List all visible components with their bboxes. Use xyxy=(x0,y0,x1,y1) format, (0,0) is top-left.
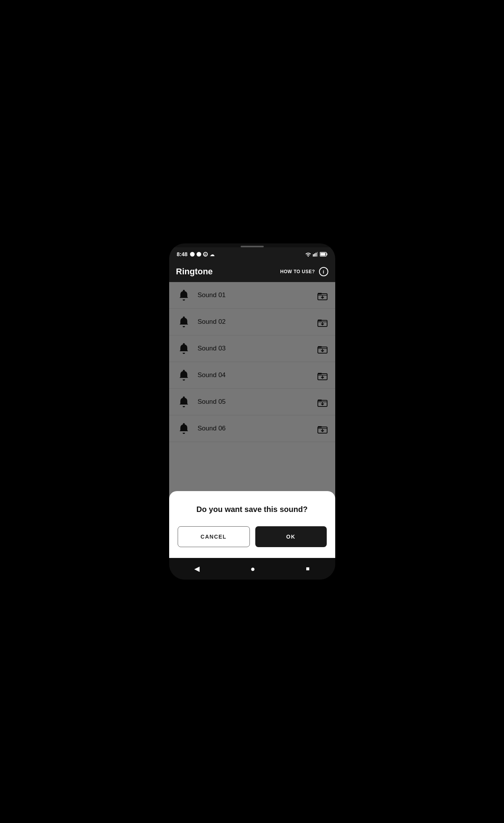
home-icon: ● xyxy=(251,565,255,573)
svg-rect-5 xyxy=(320,253,325,256)
svg-rect-1 xyxy=(314,253,315,257)
circle-icon-2 xyxy=(197,252,201,257)
recents-icon: ■ xyxy=(306,565,310,572)
back-icon: ◀ xyxy=(194,565,200,573)
how-to-use-label[interactable]: HOW TO USE? xyxy=(280,269,315,274)
home-button[interactable]: ● xyxy=(251,565,255,573)
app-title: Ringtone xyxy=(176,267,213,277)
content-area: Sound 01 Sound 02 xyxy=(169,282,335,558)
status-bar: 8:48 @ ☁ xyxy=(169,247,335,261)
nav-bar: ◀ ● ■ xyxy=(169,558,335,580)
battery-icon xyxy=(320,252,328,257)
svg-rect-2 xyxy=(316,253,317,257)
at-ring-icon: @ xyxy=(203,252,208,257)
status-icons-left: @ ☁ xyxy=(190,252,215,257)
dialog: Do you want save this sound? CANCEL OK xyxy=(169,491,335,558)
back-button[interactable]: ◀ xyxy=(194,565,200,573)
phone-frame: 8:48 @ ☁ xyxy=(169,243,335,580)
status-time: 8:48 xyxy=(177,251,188,257)
svg-rect-0 xyxy=(313,254,314,257)
header-right: HOW TO USE? i xyxy=(280,267,328,276)
dialog-buttons: CANCEL OK xyxy=(178,526,327,547)
dialog-overlay: Do you want save this sound? CANCEL OK xyxy=(169,282,335,558)
app-header: Ringtone HOW TO USE? i xyxy=(169,261,335,282)
info-icon[interactable]: i xyxy=(319,267,328,276)
circle-icon-1 xyxy=(190,252,195,257)
cancel-button[interactable]: CANCEL xyxy=(178,526,250,547)
svg-rect-3 xyxy=(317,252,318,257)
status-icons-right xyxy=(305,252,328,257)
recents-button[interactable]: ■ xyxy=(306,565,310,572)
svg-rect-6 xyxy=(326,253,327,255)
cloud-icon: ☁ xyxy=(210,252,215,257)
dialog-title: Do you want save this sound? xyxy=(178,505,327,514)
ok-button[interactable]: OK xyxy=(255,526,327,547)
signal-icon xyxy=(313,252,318,257)
wifi-icon xyxy=(305,252,311,257)
